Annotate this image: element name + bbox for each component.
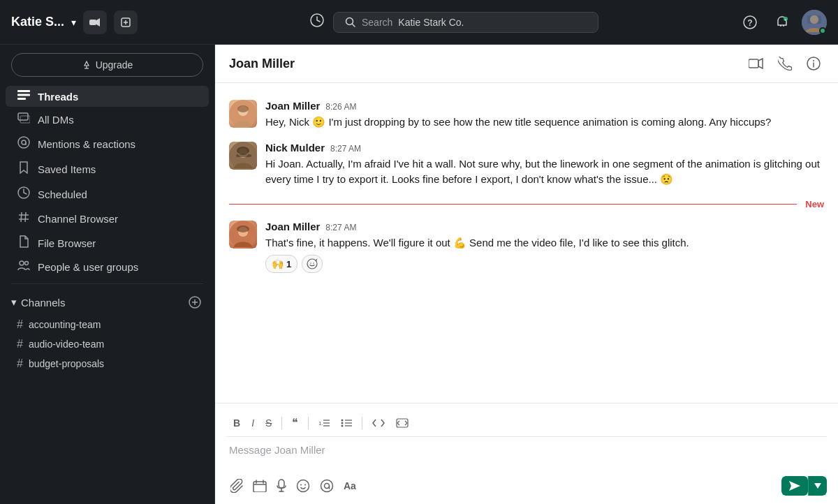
clock-svg xyxy=(17,186,30,199)
compose-input[interactable]: Message Joan Miller xyxy=(226,437,827,473)
help-icon: ? xyxy=(742,15,758,30)
avatar xyxy=(229,221,257,249)
format-text-button[interactable]: Aa xyxy=(339,477,360,494)
channel-name: accounting-team xyxy=(29,319,101,330)
svg-rect-21 xyxy=(17,90,30,92)
message-text: That's fine, it happens. We'll figure it… xyxy=(265,235,824,251)
channels-section-header[interactable]: ▾ Channels xyxy=(0,290,214,315)
compose-button[interactable] xyxy=(114,10,138,34)
search-bar[interactable]: Search Katie Stark Co. xyxy=(333,12,598,33)
code-block-button[interactable] xyxy=(392,415,413,431)
message-time: 8:26 AM xyxy=(325,102,356,112)
main-layout: Upgrade Threads All DMs xyxy=(0,45,838,504)
svg-point-55 xyxy=(237,225,249,232)
channels-chevron: ▾ xyxy=(11,296,17,309)
help-button[interactable]: ? xyxy=(737,10,763,35)
bold-button[interactable]: B xyxy=(229,415,244,431)
user-avatar[interactable] xyxy=(802,10,827,35)
ordered-list-icon: 1. xyxy=(318,418,330,428)
svg-rect-22 xyxy=(17,94,30,96)
sidebar-divider xyxy=(11,283,203,284)
add-reaction-button[interactable] xyxy=(302,255,323,273)
reactions: 🙌 1 xyxy=(265,255,824,273)
phone-call-button[interactable] xyxy=(775,54,795,73)
divider-line xyxy=(229,204,797,205)
file-svg xyxy=(19,235,29,248)
hash-icon: # xyxy=(17,357,23,370)
message-content: Nick Mulder 8:27 AM Hi Joan. Actually, I… xyxy=(265,142,824,188)
mention-button[interactable] xyxy=(316,476,338,496)
channel-item-budget[interactable]: # budget-proposals xyxy=(6,355,209,373)
message-author: Joan Miller xyxy=(265,100,320,112)
sidebar-item-label: Mentions & reactions xyxy=(38,138,135,150)
reaction-button[interactable]: 🙌 1 xyxy=(265,255,297,273)
toolbar-separator xyxy=(308,417,309,429)
sidebar-item-threads[interactable]: Threads xyxy=(6,86,209,107)
notification-icon: + xyxy=(774,15,790,30)
mic-icon xyxy=(277,479,286,493)
history-button[interactable] xyxy=(309,13,325,31)
phone-icon xyxy=(778,57,792,71)
schedule-message-button[interactable] xyxy=(249,477,271,495)
sidebar-item-saved[interactable]: Saved Items xyxy=(6,157,209,181)
message-header: Joan Miller 8:27 AM xyxy=(265,221,824,232)
header-right: ? + xyxy=(687,10,827,35)
strikethrough-button[interactable]: S xyxy=(261,415,276,431)
info-icon xyxy=(806,56,821,71)
svg-point-80 xyxy=(300,484,302,486)
send-options-button[interactable] xyxy=(808,476,827,496)
sidebar-item-all-dms[interactable]: All DMs xyxy=(6,108,209,131)
sidebar-item-channel-browser[interactable]: Channel Browser xyxy=(6,207,209,230)
svg-rect-72 xyxy=(253,482,266,492)
inline-code-button[interactable] xyxy=(368,415,389,431)
channel-item-accounting[interactable]: # accounting-team xyxy=(6,316,209,334)
header-left: Katie S... ▾ xyxy=(11,10,221,34)
sidebar-item-label: Saved Items xyxy=(38,163,96,175)
sidebar-item-people[interactable]: People & user groups xyxy=(6,256,209,277)
notifications-button[interactable]: + xyxy=(770,10,795,35)
svg-point-26 xyxy=(18,137,29,148)
video-call-button[interactable] xyxy=(83,10,107,34)
bullet-list-button[interactable] xyxy=(337,415,356,431)
bullet-list-icon xyxy=(341,418,352,428)
sidebar-item-scheduled[interactable]: Scheduled xyxy=(6,182,209,206)
ordered-list-button[interactable]: 1. xyxy=(314,415,334,431)
channel-name: audio-video-team xyxy=(29,339,104,350)
new-messages-divider: New xyxy=(229,199,824,209)
sidebar-item-mentions[interactable]: Mentions & reactions xyxy=(6,132,209,156)
emoji-picker-button[interactable] xyxy=(292,476,314,496)
channel-item-audio-video[interactable]: # audio-video-team xyxy=(6,335,209,353)
compose-area: B I S ❝ 1. xyxy=(215,403,838,504)
add-icon xyxy=(189,296,201,309)
sidebar-item-label: Channel Browser xyxy=(38,213,118,225)
voice-message-button[interactable] xyxy=(272,476,291,496)
send-button[interactable] xyxy=(781,476,808,496)
search-label: Search xyxy=(362,17,392,28)
upgrade-button[interactable]: Upgrade xyxy=(11,53,203,77)
svg-point-66 xyxy=(341,422,344,424)
joan-avatar-svg-1 xyxy=(229,100,257,128)
workspace-chevron-icon[interactable]: ▾ xyxy=(71,17,76,28)
hash-icon: # xyxy=(17,338,23,350)
svg-point-81 xyxy=(304,484,306,486)
at-svg xyxy=(17,136,30,149)
video-call-icon xyxy=(749,58,764,69)
italic-button[interactable]: I xyxy=(247,415,258,431)
svg-marker-85 xyxy=(789,481,800,491)
compose-icon xyxy=(120,17,131,28)
info-button[interactable] xyxy=(803,53,824,74)
toolbar-separator xyxy=(362,417,362,429)
svg-marker-1 xyxy=(96,18,100,27)
video-call-chat-button[interactable] xyxy=(746,55,767,72)
attach-file-button[interactable] xyxy=(226,476,247,496)
hash-svg xyxy=(18,212,29,223)
add-channel-button[interactable] xyxy=(186,294,203,311)
reaction-count: 1 xyxy=(286,259,291,269)
avatar-inner xyxy=(229,221,257,249)
sidebar-item-file-browser[interactable]: File Browser xyxy=(6,231,209,255)
quote-button[interactable]: ❝ xyxy=(288,413,302,432)
toolbar-separator xyxy=(281,417,282,429)
header-center: Search Katie Stark Co. xyxy=(221,12,687,33)
message-text: Hi Joan. Actually, I'm afraid I've hit a… xyxy=(265,156,824,188)
user-status-dot xyxy=(819,27,826,34)
